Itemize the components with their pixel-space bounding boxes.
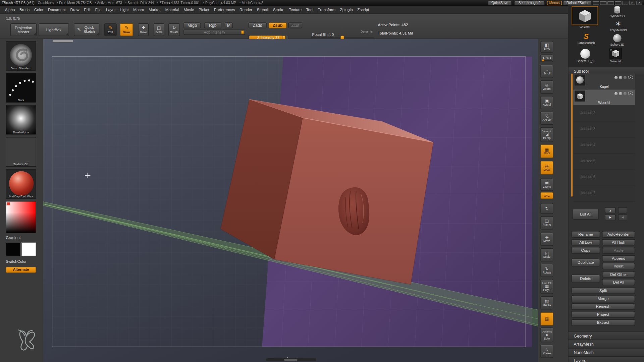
menu-item-light[interactable]: Light xyxy=(120,7,129,12)
tool-item-active[interactable]: Wuerfel xyxy=(572,6,598,29)
tool-item-cylinder3d[interactable]: Cylinder3D xyxy=(609,6,625,18)
subtool-item-unused[interactable]: Unused 6 xyxy=(573,170,635,186)
zsub-button[interactable]: Zsub xyxy=(269,22,287,28)
geometry-section-header[interactable]: Geometry xyxy=(569,331,644,340)
nanomesh-section-header[interactable]: NanoMesh xyxy=(569,348,644,356)
menu-item-layer[interactable]: Layer xyxy=(106,7,116,12)
scale-mode-button[interactable]: ◱ Scale xyxy=(154,23,164,36)
tool-item-wuerfel-2[interactable]: 2 Wuerfel xyxy=(609,48,622,63)
subtool-item-wuerfel[interactable]: Wuerfel xyxy=(573,89,635,106)
subtool-scrollbar[interactable] xyxy=(571,73,573,196)
material-thumbnail[interactable]: MatCap Red Wax xyxy=(6,169,36,198)
menu-item-edit[interactable]: Edit xyxy=(84,7,91,12)
spin-button[interactable]: ↻ xyxy=(540,203,553,214)
all-high-button[interactable]: All High xyxy=(602,239,635,245)
menu-item-file[interactable]: File xyxy=(95,7,102,12)
projection-master-button[interactable]: Projection Master xyxy=(10,23,37,36)
scroll-button[interactable]: ↔ Scroll xyxy=(540,65,553,78)
subtool-next-button[interactable]: ▶ xyxy=(605,214,616,220)
layout-toggle-icon[interactable] xyxy=(593,1,599,5)
ghost-button[interactable]: ▨ xyxy=(540,312,553,325)
stroke-thumbnail[interactable]: Dots xyxy=(6,73,36,103)
subtool-prev-button[interactable]: ◀ xyxy=(618,214,627,220)
subtool-item-unused[interactable]: Unused 5 xyxy=(573,154,635,170)
rgb-intensity-slider[interactable]: Rgb Intensity xyxy=(183,29,245,35)
menu-item-color[interactable]: Color xyxy=(34,7,44,12)
scrollbar-handle[interactable] xyxy=(284,359,297,361)
tool-item-polymesh3d[interactable]: ✶ PolyMesh3D xyxy=(609,20,627,32)
floor-button[interactable]: ▦ Floor xyxy=(540,144,553,158)
polypaint-toggle-icon[interactable] xyxy=(619,92,622,95)
timeline-expand-icon[interactable]: ▲ xyxy=(285,356,290,359)
subtool-item-unused[interactable]: Unused 2 xyxy=(573,106,635,122)
color-picker[interactable] xyxy=(6,201,36,233)
layers-section-header[interactable]: Layers xyxy=(569,356,644,362)
menu-item-picker[interactable]: Picker xyxy=(199,7,209,12)
menu-item-zscript[interactable]: Zscript xyxy=(357,7,369,12)
list-all-button[interactable]: List All xyxy=(573,209,599,220)
close-button[interactable]: ✕ xyxy=(636,1,642,5)
tool-item-simplebrush[interactable]: S SimpleBrush xyxy=(578,33,595,45)
tool-item-sphere3d-1[interactable]: Sphere3D_1 xyxy=(577,49,594,63)
subtool-up-button[interactable]: ▲ xyxy=(605,207,616,213)
menu-item-transform[interactable]: Transform xyxy=(318,7,336,12)
spix-knob[interactable] xyxy=(542,59,544,61)
project-button[interactable]: Project xyxy=(571,311,635,318)
menu-item-texture[interactable]: Texture xyxy=(289,7,302,12)
draw-mode-button[interactable]: ✎ Draw xyxy=(120,23,133,36)
polyf-button[interactable]: Line Fill ▦ PolyF xyxy=(540,279,553,294)
polypaint-toggle-icon[interactable] xyxy=(614,92,618,95)
zcut-button[interactable]: Zcut xyxy=(288,22,303,28)
insert-button[interactable]: Insert xyxy=(602,263,635,269)
toggle-icon[interactable] xyxy=(624,92,627,95)
panel-toggle-icon[interactable] xyxy=(607,1,614,5)
del-all-button[interactable]: Del All xyxy=(602,279,635,285)
document-scrollbar[interactable] xyxy=(266,358,316,361)
mrgb-button[interactable]: Mrgb xyxy=(183,22,201,28)
defaultzscript-button[interactable]: DefaultZScript xyxy=(563,1,592,5)
menu-item-render[interactable]: Render xyxy=(239,7,252,12)
scale-view-button[interactable]: ◱ Scale xyxy=(540,248,553,261)
merge-button[interactable]: Merge xyxy=(571,296,635,302)
rotate-view-button[interactable]: ↻ Rotate xyxy=(540,264,553,277)
persp-button[interactable]: Dynamic ◢ Persp xyxy=(540,127,553,142)
solo-button[interactable]: Dynamic ● Solo xyxy=(540,327,553,342)
xyz-button[interactable]: XYZ xyxy=(540,192,553,199)
remesh-button[interactable]: Remesh xyxy=(571,303,635,310)
toggle-icon[interactable] xyxy=(624,76,627,79)
extract-button[interactable]: Extract xyxy=(571,319,635,326)
panel-toggle-icon[interactable] xyxy=(615,1,622,5)
document-canvas[interactable]: ▲ xyxy=(43,39,538,362)
del-other-button[interactable]: Del Other xyxy=(602,271,635,277)
spix-slider[interactable]: SPix 3 xyxy=(540,55,553,62)
layout-toggle-icon[interactable] xyxy=(600,1,607,5)
visibility-eye-icon[interactable] xyxy=(628,92,633,95)
menu-item-preferences[interactable]: Preferences xyxy=(214,7,235,12)
see-through-slider[interactable]: See-through 0 xyxy=(514,1,545,5)
duplicate-button[interactable]: Duplicate xyxy=(571,258,600,266)
tool-item-sphere3d[interactable]: Sphere3D xyxy=(610,34,624,47)
quick-sketch-button[interactable]: ✎ Quick Sketch xyxy=(74,23,99,36)
minimize-button[interactable]: – xyxy=(622,1,628,5)
m-button[interactable]: M xyxy=(225,22,233,28)
paste-button[interactable]: Paste xyxy=(602,247,635,254)
xpose-button[interactable]: ∴ Xpose xyxy=(540,345,553,358)
subtool-item-unused[interactable]: Unused 7 xyxy=(573,185,635,201)
menu-item-document[interactable]: Document xyxy=(48,7,66,12)
copy-button[interactable]: Copy xyxy=(571,247,600,254)
autoreorder-button[interactable]: AutoReorder xyxy=(602,231,635,238)
quicksave-button[interactable]: QuickSave xyxy=(488,1,512,5)
delete-button[interactable]: Delete xyxy=(571,275,600,282)
menu-item-material[interactable]: Material xyxy=(165,7,179,12)
menu-item-brush[interactable]: Brush xyxy=(19,7,30,12)
rotate-mode-button[interactable]: ↻ Rotate xyxy=(168,23,180,36)
lightbox-button[interactable]: LightBox xyxy=(39,23,69,36)
menu-item-movie[interactable]: Movie xyxy=(184,7,194,12)
bpr-button[interactable]: ◧ BPR xyxy=(540,41,553,52)
menu-item-tool[interactable]: Tool xyxy=(306,7,313,12)
dynamic-draw-size-label[interactable]: Dynamic xyxy=(360,29,374,33)
zoom-button[interactable]: ⊕ Zoom xyxy=(540,80,553,94)
aahalf-button[interactable]: ½ AAHalf xyxy=(540,112,553,125)
menu-item-alpha[interactable]: Alpha xyxy=(5,7,15,12)
transp-button[interactable]: ▨ Transp xyxy=(540,296,553,309)
